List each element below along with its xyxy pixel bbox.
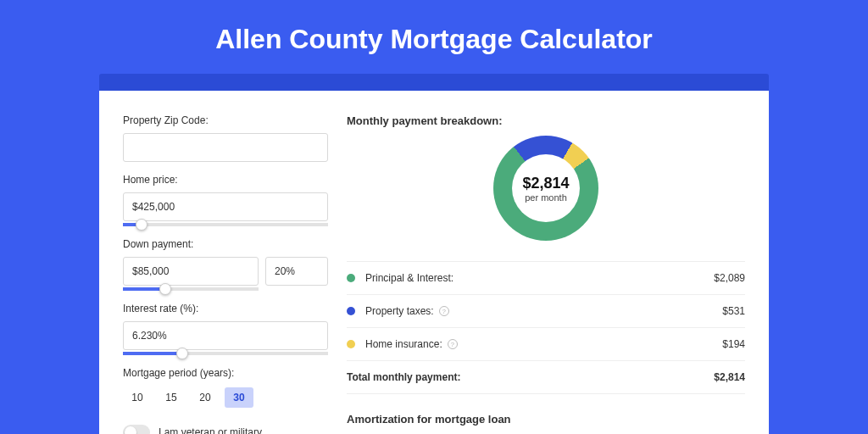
widget-outer: Property Zip Code: Home price: Down paym… — [99, 74, 769, 434]
home-price-group: Home price: — [123, 174, 328, 226]
veteran-row: I am veteran or military — [123, 425, 328, 434]
legend-dot-icon — [347, 307, 355, 315]
period-options: 10152030 — [123, 387, 328, 408]
veteran-label: I am veteran or military — [159, 426, 262, 434]
legend-row: Property taxes:?$531 — [347, 295, 745, 328]
legend-dot-icon — [347, 340, 355, 348]
results-title: Monthly payment breakdown: — [347, 114, 745, 127]
amortization-title: Amortization for mortgage loan — [347, 413, 745, 426]
legend-total-row: Total monthly payment:$2,814 — [347, 361, 745, 394]
zip-input[interactable] — [123, 133, 328, 162]
interest-slider[interactable] — [123, 352, 328, 355]
legend-row: Principal & Interest:$2,089 — [347, 262, 745, 295]
results-column: Monthly payment breakdown: $2,814 per mo… — [347, 114, 745, 434]
period-option-20[interactable]: 20 — [191, 387, 220, 408]
legend: Principal & Interest:$2,089Property taxe… — [347, 261, 745, 394]
down-payment-group: Down payment: — [123, 238, 328, 291]
down-payment-amount-input[interactable] — [123, 257, 259, 286]
down-payment-percent-input[interactable] — [265, 257, 328, 286]
legend-total-value: $2,814 — [714, 371, 745, 383]
period-label: Mortgage period (years): — [123, 367, 328, 379]
donut-center: $2,814 per month — [512, 154, 580, 222]
form-column: Property Zip Code: Home price: Down paym… — [123, 114, 328, 434]
interest-group: Interest rate (%): — [123, 303, 328, 355]
info-icon[interactable]: ? — [448, 339, 458, 349]
amortization-section: Amortization for mortgage loan Amortizat… — [347, 413, 745, 434]
down-payment-slider[interactable] — [123, 287, 259, 291]
info-icon[interactable]: ? — [439, 306, 449, 316]
legend-value: $194 — [722, 338, 745, 350]
legend-value: $2,089 — [714, 272, 745, 284]
legend-label: Property taxes:? — [365, 305, 722, 317]
interest-label: Interest rate (%): — [123, 303, 328, 314]
legend-total-label: Total monthly payment: — [347, 371, 714, 383]
legend-value: $531 — [722, 305, 745, 317]
donut-chart-wrap: $2,814 per month — [347, 136, 745, 241]
period-option-10[interactable]: 10 — [123, 387, 152, 408]
interest-input[interactable] — [123, 321, 328, 350]
donut-chart: $2,814 per month — [493, 136, 598, 241]
period-option-15[interactable]: 15 — [157, 387, 186, 408]
slider-thumb[interactable] — [159, 283, 171, 295]
page-title: Allen County Mortgage Calculator — [0, 0, 868, 74]
legend-dot-icon — [347, 274, 355, 282]
veteran-toggle[interactable] — [123, 425, 150, 434]
home-price-label: Home price: — [123, 174, 328, 186]
down-payment-label: Down payment: — [123, 238, 328, 250]
legend-label: Home insurance:? — [365, 338, 722, 350]
slider-thumb[interactable] — [136, 219, 147, 231]
legend-row: Home insurance:?$194 — [347, 328, 745, 361]
calculator-card: Property Zip Code: Home price: Down paym… — [99, 91, 769, 434]
slider-thumb[interactable] — [176, 348, 188, 359]
period-option-30[interactable]: 30 — [225, 387, 253, 408]
home-price-input[interactable] — [123, 192, 328, 221]
zip-label: Property Zip Code: — [123, 114, 328, 126]
slider-fill — [123, 352, 182, 355]
period-group: Mortgage period (years): 10152030 — [123, 367, 328, 408]
zip-field-group: Property Zip Code: — [123, 114, 328, 162]
home-price-slider[interactable] — [123, 223, 328, 226]
donut-total: $2,814 — [522, 175, 569, 192]
legend-label: Principal & Interest: — [365, 272, 714, 284]
donut-sub: per month — [525, 192, 567, 203]
